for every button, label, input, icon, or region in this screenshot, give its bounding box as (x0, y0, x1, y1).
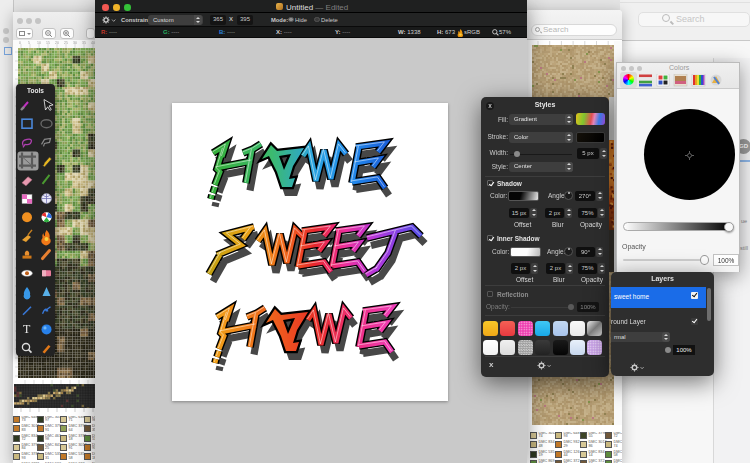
svg-text:T: T (23, 322, 31, 336)
